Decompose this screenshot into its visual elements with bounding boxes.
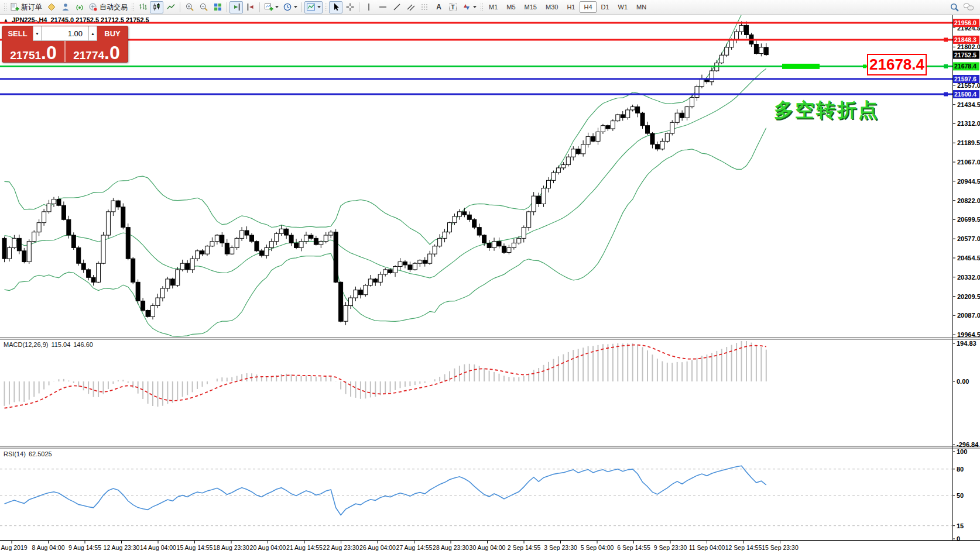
new-order-button[interactable]: 新订单 xyxy=(8,1,44,13)
zoom-out-icon xyxy=(199,2,208,12)
trendline-tool-button[interactable] xyxy=(390,1,403,13)
time-axis-label: 6 Sep 14:55 xyxy=(617,544,650,551)
signals-button[interactable] xyxy=(73,1,86,13)
timeframe-button-M5[interactable]: M5 xyxy=(502,1,519,13)
buy-price[interactable]: 21774.0 xyxy=(66,41,128,62)
dropdown-caret-icon xyxy=(275,6,279,8)
time-axis-label: 3 Sep 23:30 xyxy=(544,544,577,551)
time-axis-label: 6 Aug 2019 xyxy=(0,544,28,551)
time-axis-label: 15 Aug 14:55 xyxy=(177,544,213,551)
signal-icon xyxy=(75,2,84,12)
auto-scroll-button[interactable] xyxy=(229,1,243,13)
price-tick-label: 20699.5 xyxy=(957,216,980,223)
time-axis-label: 12 Sep 14:55 xyxy=(725,544,762,551)
timeframe-button-H4[interactable]: H4 xyxy=(580,1,596,13)
timeframe-button-M30[interactable]: M30 xyxy=(542,1,562,13)
vertical-line-tool-button[interactable] xyxy=(362,1,375,13)
timeframe-button-D1[interactable]: D1 xyxy=(597,1,614,13)
text-label-tool-button[interactable]: T xyxy=(446,1,460,13)
zoom-in-button[interactable] xyxy=(183,1,196,13)
price-tag-label: 21597.6 xyxy=(954,75,976,82)
price-tick-label: 20332.0 xyxy=(957,274,980,281)
fibonacci-tool-button[interactable] xyxy=(418,1,431,13)
toolbar-separator xyxy=(180,2,180,12)
time-axis-label: 28 Aug 23:30 xyxy=(433,544,469,551)
chart-shift-button[interactable] xyxy=(244,1,257,13)
indicators-icon xyxy=(306,2,316,12)
chart-canvas[interactable]: 21924.521802.021557.021434.521312.021189… xyxy=(0,15,980,554)
volume-increase-button[interactable]: ▲ xyxy=(88,26,97,41)
equidistant-channel-tool-button[interactable] xyxy=(404,1,417,13)
cursor-icon xyxy=(331,2,341,12)
price-tick-label: 21067.0 xyxy=(957,159,980,166)
green-zone xyxy=(782,64,820,69)
history-center-button[interactable] xyxy=(44,1,58,13)
diamond-icon xyxy=(47,2,56,12)
one-click-trading-panel: SELL ▼ ▲ BUY 21751.0 21774.0 xyxy=(2,26,128,63)
time-axis-label: 27 Aug 14:55 xyxy=(396,544,433,551)
text-tool-button[interactable]: A xyxy=(432,1,446,13)
timeframe-button-H1[interactable]: H1 xyxy=(563,1,579,13)
tile-windows-button[interactable] xyxy=(211,1,224,13)
bar-chart-button[interactable] xyxy=(136,1,149,13)
price-tick-label: 21189.5 xyxy=(957,139,980,146)
chart-title: ▲ JPN225-,H4 21745.0 21752.5 21712.5 217… xyxy=(4,16,149,23)
price-tick-label: 21802.0 xyxy=(957,43,980,50)
price-tick-label: 20822.0 xyxy=(957,197,980,204)
toolbar-grip xyxy=(480,2,483,12)
buy-button[interactable]: BUY xyxy=(97,26,128,41)
crosshair-tool-button[interactable] xyxy=(343,1,357,13)
rsi-scale-label: 50 xyxy=(957,492,964,499)
auto-trading-icon xyxy=(88,2,98,12)
time-axis-label: 11 Sep 04:00 xyxy=(689,544,725,551)
profile-button[interactable] xyxy=(59,1,72,13)
text-tool-icon: A xyxy=(436,3,441,11)
rsi-pane xyxy=(0,466,952,525)
chart-shift-icon xyxy=(246,2,255,12)
line-chart-button[interactable] xyxy=(164,1,177,13)
profile-icon xyxy=(61,2,70,12)
indicators-button[interactable] xyxy=(304,1,323,13)
sell-button[interactable]: SELL xyxy=(2,26,33,41)
timeframe-button-M15[interactable]: M15 xyxy=(520,1,541,13)
price-annotation-box[interactable]: 21678.4 xyxy=(867,54,927,75)
toolbar-separator xyxy=(227,2,227,12)
time-axis-label: 26 Aug 04:00 xyxy=(359,544,396,551)
search-icon[interactable] xyxy=(950,2,960,12)
dropdown-caret-icon xyxy=(317,6,321,8)
timeframe-button-M1[interactable]: M1 xyxy=(485,1,502,13)
new-order-label: 新订单 xyxy=(21,2,42,12)
time-axis-label: 9 Sep 23:30 xyxy=(654,544,687,551)
candlestick-chart-button[interactable] xyxy=(150,1,163,13)
macd-signal-value: 146.60 xyxy=(73,341,93,348)
zoom-out-button[interactable] xyxy=(197,1,210,13)
time-axis-label: 21 Aug 14:55 xyxy=(286,544,323,551)
price-tag-label: 21848.3 xyxy=(954,36,976,43)
volume-decrease-button[interactable]: ▼ xyxy=(33,26,42,41)
cursor-tool-button[interactable] xyxy=(329,1,342,13)
timeframe-button-MN[interactable]: MN xyxy=(632,1,650,13)
collapse-icon[interactable]: ▲ xyxy=(4,18,8,23)
arrows-tool-button[interactable] xyxy=(460,1,478,13)
periods-clock-button[interactable] xyxy=(281,1,299,13)
horizontal-line-icon xyxy=(378,2,388,12)
new-chart-button[interactable] xyxy=(262,1,280,13)
time-axis-label: 14 Aug 04:00 xyxy=(140,544,176,551)
volume-input[interactable] xyxy=(42,26,88,41)
time-axis-label: 15 Sep 23:30 xyxy=(762,544,799,551)
price-tick-label: 21312.0 xyxy=(957,120,980,127)
time-axis-label: 20 Aug 04:00 xyxy=(250,544,286,551)
timeframe-button-W1[interactable]: W1 xyxy=(614,1,632,13)
line-chart-icon xyxy=(166,2,176,12)
zone-end-marker xyxy=(863,64,866,68)
auto-trading-button[interactable]: 自动交易 xyxy=(87,1,129,13)
macd-pane xyxy=(5,341,766,408)
horizontal-line-tool-button[interactable] xyxy=(376,1,389,13)
turning-point-annotation[interactable]: 多空转折点 xyxy=(774,97,879,123)
line-end-marker xyxy=(944,92,948,97)
sell-price[interactable]: 21751.0 xyxy=(2,41,64,62)
price-tick-label: 20577.0 xyxy=(957,235,980,242)
auto-trading-label: 自动交易 xyxy=(100,2,128,12)
time-axis-label: 30 Aug 04:00 xyxy=(470,544,506,551)
chat-icon[interactable] xyxy=(963,2,974,12)
